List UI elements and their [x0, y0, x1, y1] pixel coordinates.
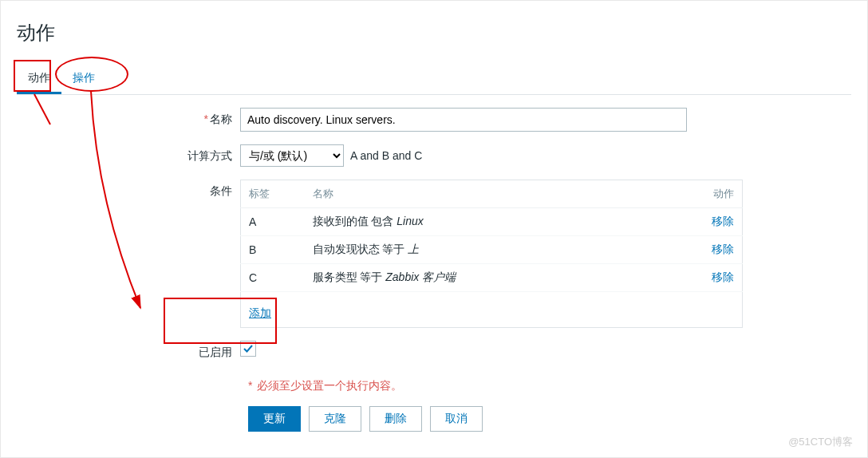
update-button[interactable]: 更新 — [248, 406, 301, 432]
calc-label: 计算方式 — [17, 144, 240, 164]
cancel-button[interactable]: 取消 — [430, 406, 483, 432]
cond-header-action: 动作 — [687, 180, 743, 208]
page-title: 动作 — [17, 20, 851, 45]
table-row: C 服务类型 等于 Zabbix 客户端 移除 — [241, 264, 743, 292]
cond-tag: B — [241, 236, 305, 264]
table-row: B 自动发现状态 等于 上 移除 — [241, 236, 743, 264]
cond-label: 条件 — [17, 180, 240, 199]
tabs: 动作 操作 — [17, 65, 851, 95]
conditions-table: 标签 名称 动作 A 接收到的值 包含 Linux 移除 B — [240, 180, 743, 328]
check-icon — [243, 343, 254, 354]
cond-header-name: 名称 — [305, 180, 687, 208]
add-condition-link[interactable]: 添加 — [249, 306, 271, 321]
calc-type-select[interactable]: 与/或 (默认) — [240, 144, 344, 167]
enabled-checkbox[interactable] — [240, 341, 256, 357]
tab-operation[interactable]: 操作 — [61, 65, 106, 94]
watermark: @51CTO博客 — [788, 435, 853, 449]
calc-expression: A and B and C — [344, 149, 422, 162]
remove-link[interactable]: 移除 — [712, 270, 734, 283]
cond-tag: A — [241, 208, 305, 236]
name-label: *名称 — [17, 108, 240, 127]
remove-link[interactable]: 移除 — [712, 243, 734, 255]
required-marker: * — [204, 113, 208, 125]
cond-header-label: 标签 — [241, 180, 305, 208]
name-input[interactable] — [240, 108, 687, 132]
remove-link[interactable]: 移除 — [712, 215, 734, 227]
cond-desc: 服务类型 等于 Zabbix 客户端 — [305, 264, 687, 292]
clone-button[interactable]: 克隆 — [309, 406, 361, 432]
required-note: * 必须至少设置一个执行内容。 — [248, 379, 851, 393]
cond-tag: C — [241, 264, 305, 292]
table-row: A 接收到的值 包含 Linux 移除 — [241, 208, 743, 236]
enabled-label: 已启用 — [17, 341, 240, 360]
delete-button[interactable]: 删除 — [369, 406, 422, 432]
tab-action[interactable]: 动作 — [17, 65, 61, 94]
cond-desc: 自动发现状态 等于 上 — [305, 236, 687, 264]
cond-desc: 接收到的值 包含 Linux — [305, 208, 687, 236]
